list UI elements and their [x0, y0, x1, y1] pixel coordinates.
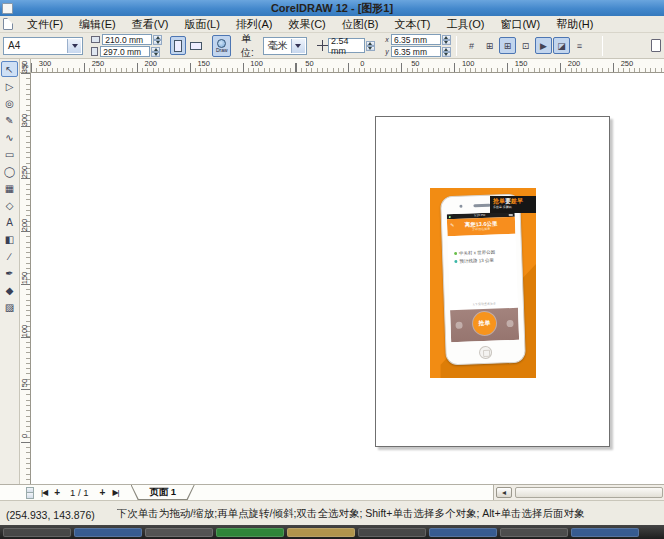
- draw-label: Draw: [216, 48, 228, 52]
- interactive-fill-tool[interactable]: ▨: [1, 299, 18, 315]
- menu-arrange[interactable]: 排列(A): [228, 16, 281, 33]
- menu-help[interactable]: 帮助(H): [548, 16, 601, 33]
- horizontal-ruler: 30025020015010050050100150200250: [31, 59, 664, 73]
- scroll-left-button[interactable]: ◂: [496, 487, 512, 498]
- taskbar-window-button[interactable]: [3, 528, 71, 537]
- document-window-icon[interactable]: [3, 18, 13, 30]
- first-page-button[interactable]: |◀: [41, 488, 47, 497]
- snap-to-dynamic-guides-button[interactable]: ⊡: [517, 37, 534, 54]
- duplicate-x-field[interactable]: 6.35 mm: [391, 34, 441, 45]
- rectangle-tool[interactable]: ▭: [1, 146, 18, 162]
- text-tool[interactable]: A: [1, 214, 18, 230]
- paper-height-icon: [91, 47, 98, 56]
- new-document-button[interactable]: [648, 36, 664, 55]
- object-properties-button[interactable]: ≡: [571, 37, 588, 54]
- dup-x-down-button[interactable]: [442, 40, 451, 45]
- h-ruler-label: 300: [35, 59, 55, 68]
- nudge-micro-spinner[interactable]: [26, 487, 34, 499]
- portrait-button[interactable]: [170, 36, 186, 55]
- scrollbar-thumb[interactable]: [515, 487, 663, 498]
- home-button-icon: [479, 346, 492, 359]
- vertical-ruler: 350300250200150100500: [20, 73, 31, 484]
- taskbar-window-button[interactable]: [358, 528, 426, 537]
- menu-view[interactable]: 查看(V): [124, 16, 177, 33]
- taskbar-window-button[interactable]: [429, 528, 497, 537]
- landscape-icon: [190, 42, 202, 50]
- paper-width-field[interactable]: 210.0 mm: [102, 34, 152, 45]
- grab-order-button: 抢单: [473, 312, 497, 336]
- badge-text-segment: 趁早: [511, 198, 523, 204]
- basic-shapes-tool[interactable]: ◇: [1, 197, 18, 213]
- snap-to-grid-button[interactable]: #: [463, 37, 480, 54]
- badge-subline: 多接单 多赚钱: [493, 205, 534, 209]
- taskbar-window-button[interactable]: [287, 528, 355, 537]
- property-bar: A4 210.0 mm 297.0 mm Draw 单位: 毫米 2.54 mm…: [0, 33, 664, 59]
- pick-tool[interactable]: ↖: [1, 61, 18, 77]
- menu-text[interactable]: 文本(T): [386, 16, 438, 33]
- taskbar-window-button[interactable]: [145, 528, 213, 537]
- menu-edit[interactable]: 编辑(E): [71, 16, 124, 33]
- last-page-button[interactable]: ▶|: [112, 488, 118, 497]
- snap-to-guidelines-button[interactable]: ⊞: [481, 37, 498, 54]
- menu-bitmaps[interactable]: 位图(B): [334, 16, 387, 33]
- page-tab[interactable]: 页面 1: [131, 485, 195, 500]
- order-text: 预计线路 13 公里: [459, 258, 494, 264]
- menu-layout[interactable]: 版面(L): [176, 16, 227, 33]
- eyedropper-tool[interactable]: ∕: [1, 248, 18, 264]
- chevron-down-icon[interactable]: [291, 39, 305, 53]
- interactive-blend-tool[interactable]: ◧: [1, 231, 18, 247]
- page-indicator: 1 / 1: [70, 487, 89, 498]
- window-title: CorelDRAW 12 - [图形1]: [0, 1, 664, 16]
- taskbar-window-button[interactable]: [216, 528, 284, 537]
- chevron-down-icon[interactable]: [67, 39, 81, 53]
- units-select[interactable]: 毫米: [263, 37, 307, 55]
- paper-height-field[interactable]: 297.0 mm: [100, 46, 150, 57]
- width-down-button[interactable]: [153, 40, 162, 45]
- menu-effects[interactable]: 效果(C): [281, 16, 334, 33]
- taskbar-window-button[interactable]: [74, 528, 142, 537]
- h-ruler-label: 250: [617, 59, 637, 68]
- canvas[interactable]: 5:23 PM ✎ 离您13.6公里 立即前往接单 中关村 x 世界公园预计线路…: [31, 73, 664, 484]
- ellipse-tool[interactable]: ◯: [1, 163, 18, 179]
- landscape-button[interactable]: [188, 36, 204, 55]
- taskbar-window-button[interactable]: [500, 528, 568, 537]
- artwork-image[interactable]: 5:23 PM ✎ 离您13.6公里 立即前往接单 中关村 x 世界公园预计线路…: [430, 188, 536, 378]
- signal-icon: [449, 216, 451, 218]
- add-page-after-button[interactable]: +: [100, 487, 106, 498]
- fill-tool[interactable]: ◆: [1, 282, 18, 298]
- h-ruler-label: 100: [247, 59, 267, 68]
- badge-headline: 抢单要趁早: [493, 198, 534, 205]
- dup-y-down-button[interactable]: [442, 52, 451, 57]
- add-page-before-button[interactable]: +: [54, 487, 60, 498]
- h-ruler-label: 200: [564, 59, 584, 68]
- treat-as-filled-button[interactable]: ▶: [535, 37, 552, 54]
- shape-tool[interactable]: ▷: [1, 78, 18, 94]
- order-marker-icon: [454, 252, 457, 255]
- height-down-button[interactable]: [151, 52, 160, 57]
- v-ruler-label: 50: [20, 373, 30, 393]
- order-marker-icon: [454, 260, 457, 263]
- refresh-icon: [455, 322, 462, 329]
- menu-tools[interactable]: 工具(O): [439, 16, 493, 33]
- page-navigator: |◀ + 1 / 1 + ▶| 页面 1 ◂: [0, 484, 664, 500]
- drawing-units-button[interactable]: Draw: [212, 35, 231, 57]
- outline-tool[interactable]: ✒: [1, 265, 18, 281]
- menu-window[interactable]: 窗口(W): [492, 16, 548, 33]
- pick-tool-options-button[interactable]: ◪: [553, 37, 570, 54]
- order-card: 中关村 x 世界公园预计线路 13 公里 上下滑动查看更多: [447, 234, 518, 310]
- horizontal-scrollbar[interactable]: ◂: [493, 485, 664, 500]
- paper-size-select[interactable]: A4: [3, 37, 83, 55]
- taskbar-window-button[interactable]: [571, 528, 639, 537]
- zoom-tool[interactable]: ◎: [1, 95, 18, 111]
- graph-paper-tool[interactable]: ▦: [1, 180, 18, 196]
- order-text: 中关村 x 世界公园: [459, 250, 495, 256]
- snap-to-objects-button[interactable]: ⊞: [499, 37, 516, 54]
- menu-file[interactable]: 文件(F): [19, 16, 71, 33]
- duplicate-y-field[interactable]: 6.35 mm: [391, 46, 441, 57]
- page: 5:23 PM ✎ 离您13.6公里 立即前往接单 中关村 x 世界公园预计线路…: [375, 116, 610, 447]
- page-tab-label: 页面 1: [132, 485, 194, 499]
- freehand-tool[interactable]: ✎: [1, 112, 18, 128]
- nudge-offset-field[interactable]: 2.54 mm: [328, 38, 365, 53]
- smart-drawing-tool[interactable]: ∿: [1, 129, 18, 145]
- nudge-down-button[interactable]: [366, 46, 375, 51]
